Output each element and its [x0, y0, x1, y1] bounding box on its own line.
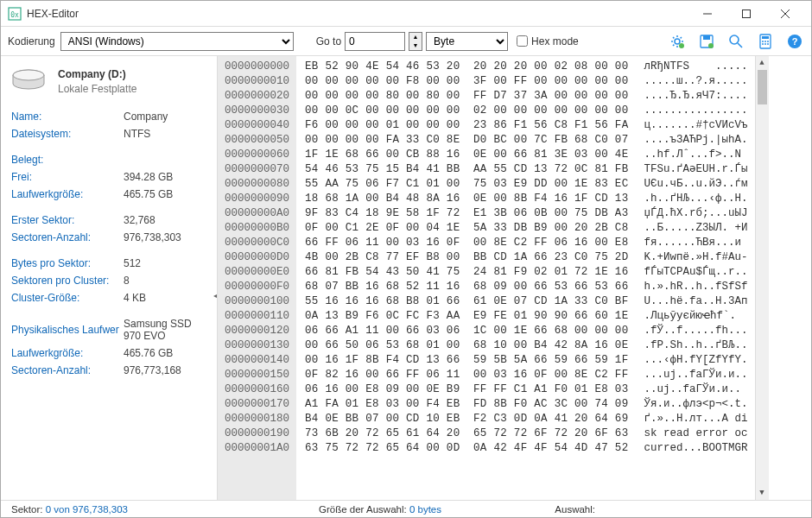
spc-value: 8 — [124, 275, 130, 287]
cs-value: 4 KB — [124, 292, 146, 304]
window-title: HEX-Editor — [27, 8, 688, 20]
hex-ascii-column[interactable]: лRђNTFS ..... .....ш..?.я..... ....Ђ.Ђ.я… — [637, 56, 754, 500]
maximize-button[interactable] — [726, 1, 765, 26]
svg-point-10 — [708, 43, 714, 48]
svg-rect-9 — [703, 35, 710, 40]
calculator-icon[interactable] — [756, 32, 775, 51]
spinner-up-icon[interactable]: ▲ — [409, 33, 422, 41]
status-sel-value: 0 bytes — [409, 504, 441, 515]
name-value: Company — [124, 111, 168, 123]
status-sel-label: Größe der Auswahl: — [319, 504, 407, 515]
hex-offset-column: 0000000000 0000000010 0000000020 0000000… — [218, 56, 296, 500]
spinner-down-icon[interactable]: ▼ — [409, 41, 422, 50]
settings-gear-icon[interactable] — [668, 32, 687, 51]
hexmode-label: Hex mode — [531, 35, 579, 47]
goto-spinner[interactable]: ▲ ▼ — [409, 32, 422, 51]
svg-rect-14 — [762, 36, 769, 39]
scroll-thumb[interactable] — [758, 70, 767, 104]
svg-point-7 — [679, 43, 684, 48]
scroll-down-icon[interactable]: ▼ — [756, 486, 769, 500]
status-selection-label: Auswahl: — [555, 504, 595, 515]
seccount-label: Sectoren-Anzahl: — [11, 231, 124, 243]
pseccount-value: 976,773,168 — [124, 364, 181, 376]
phys-value: Samsung SSD 970 EVO — [124, 318, 206, 342]
svg-point-6 — [675, 39, 680, 44]
titlebar: 0x HEX-Editor — [1, 1, 811, 27]
svg-point-17 — [767, 41, 769, 42]
psize-value: 465.76 GB — [124, 347, 173, 359]
disk-save-icon[interactable] — [697, 32, 716, 51]
used-label: Belegt: — [11, 154, 124, 166]
svg-line-12 — [738, 43, 742, 47]
bps-label: Bytes pro Sektor: — [11, 257, 124, 269]
svg-point-24 — [13, 70, 44, 80]
unit-select[interactable]: Byte — [426, 32, 508, 51]
svg-text:?: ? — [792, 36, 798, 47]
firstsec-value: 32,768 — [124, 214, 155, 226]
drive-subtitle: Lokale Festplatte — [58, 83, 136, 95]
encoding-select[interactable]: ANSI (Windows) — [60, 32, 294, 51]
close-button[interactable] — [765, 1, 804, 26]
spc-label: Sektoren pro Cluster: — [11, 275, 124, 287]
hexmode-checkbox[interactable] — [517, 35, 528, 47]
svg-point-18 — [762, 43, 764, 45]
size-label: Laufwerkgröße: — [11, 188, 124, 200]
phys-label: Physikalisches Laufwer — [11, 324, 124, 336]
svg-point-16 — [764, 41, 766, 42]
size-value: 465.75 GB — [124, 188, 173, 200]
hex-view[interactable]: 0000000000 0000000010 0000000020 0000000… — [217, 56, 811, 500]
hex-bytes-column[interactable]: EB 52 90 4E 54 46 53 20 20 20 20 00 02 0… — [296, 56, 637, 500]
name-label: Name: — [11, 111, 124, 123]
bps-value: 512 — [124, 257, 141, 269]
svg-point-20 — [767, 43, 769, 45]
drive-icon — [11, 68, 46, 92]
toolbar: Kodierung ANSI (Windows) Go to ▲ ▼ Byte … — [1, 27, 811, 56]
pseccount-label: Sectoren-Anzahl: — [11, 364, 124, 376]
psize-label: Laufwerkgröße: — [11, 347, 124, 359]
cs-label: Cluster-Größe: — [11, 292, 124, 304]
search-icon[interactable] — [726, 32, 745, 51]
free-label: Frei: — [11, 171, 124, 183]
svg-point-11 — [730, 35, 739, 44]
app-icon: 0x — [8, 7, 22, 21]
drive-title: Company (D:) — [58, 68, 136, 80]
encoding-label: Kodierung — [8, 35, 55, 47]
goto-input[interactable] — [345, 32, 405, 51]
fs-label: Dateisystem: — [11, 128, 124, 140]
scroll-up-icon[interactable]: ▲ — [756, 56, 769, 70]
fs-value: NTFS — [124, 128, 150, 140]
free-value: 394.28 GB — [124, 171, 173, 183]
scrollbar[interactable]: ▲ ▼ — [755, 56, 769, 500]
sidebar: Company (D:) Lokale Festplatte Name:Comp… — [1, 56, 217, 500]
status-sector-value: 0 von 976,738,303 — [46, 504, 128, 515]
help-icon[interactable]: ? — [785, 32, 804, 51]
seccount-value: 976,738,303 — [124, 231, 181, 243]
goto-label: Go to — [316, 35, 341, 47]
svg-point-19 — [764, 43, 766, 45]
minimize-button[interactable] — [688, 1, 726, 26]
firstsec-label: Erster Sektor: — [11, 214, 124, 226]
svg-point-15 — [762, 41, 764, 42]
status-sector-label: Sektor: — [11, 504, 42, 515]
statusbar: Sektor: 0 von 976,738,303 Größe der Ausw… — [1, 500, 811, 517]
svg-rect-3 — [742, 9, 750, 17]
svg-text:0x: 0x — [10, 11, 19, 19]
